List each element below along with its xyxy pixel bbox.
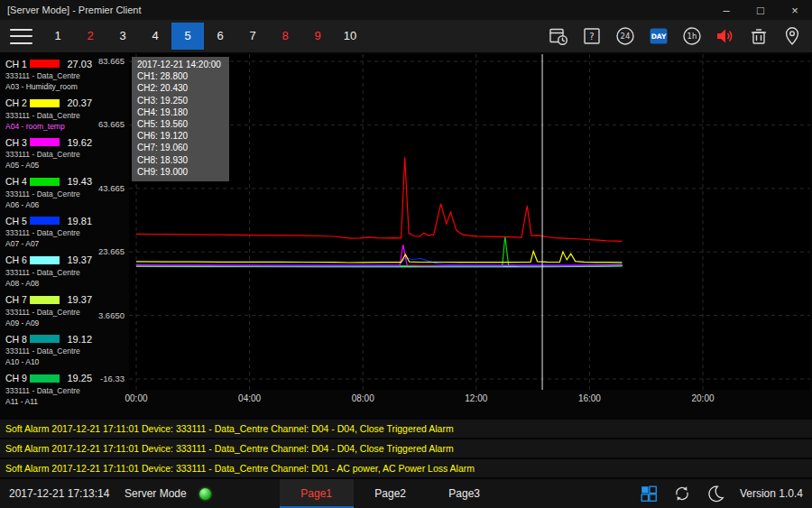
channel-name: CH 5 (5, 216, 30, 226)
channel-header: CH 220.37 (5, 97, 92, 110)
channel-name: CH 2 (5, 97, 30, 108)
audio-alarm-icon[interactable] (715, 25, 736, 47)
tooltip-row: CH6: 19.120 (137, 130, 221, 142)
page-button-9[interactable]: 9 (301, 23, 334, 50)
channel-item-1[interactable]: CH 127.03333111 - Data_CentreA03 - Humid… (0, 55, 95, 95)
page-button-6[interactable]: 6 (204, 23, 236, 50)
channel-point: A06 - A06 (5, 199, 92, 210)
x-tick-label: 00:00 (125, 393, 147, 403)
channel-item-7[interactable]: CH 719.37333111 - Data_CentreA09 - A09 (0, 291, 95, 331)
1h-view-icon[interactable]: 1h (681, 25, 703, 47)
alarm-row[interactable]: Soft Alarm 2017-12-21 17:11:01 Device: 3… (0, 439, 812, 457)
channel-device: 333111 - Data_Centre (5, 267, 92, 278)
y-tick-label: 83.665 (98, 56, 125, 66)
day-view-icon[interactable]: DAY (648, 25, 669, 47)
archive-icon[interactable] (748, 25, 770, 47)
tooltip-row: CH5: 19.560 (137, 118, 221, 130)
query-icon[interactable]: ? (581, 25, 603, 47)
channel-color-swatch (30, 296, 60, 304)
tab-page3[interactable]: Page3 (428, 479, 502, 508)
channel-item-5[interactable]: CH 519.81333111 - Data_CentreA07 - A07 (0, 212, 95, 252)
chart-tooltip: 2017-12-21 14:20:00CH1: 28.800CH2: 20.43… (132, 57, 229, 181)
status-led-icon (199, 488, 211, 500)
channel-device: 333111 - Data_Centre (5, 70, 92, 81)
channel-color-swatch (30, 217, 60, 225)
channel-color-swatch (30, 374, 60, 383)
channel-item-4[interactable]: CH 419.43333111 - Data_CentreA06 - A06 (0, 173, 95, 213)
channel-header: CH 719.37 (5, 293, 92, 307)
x-tick-label: 20:00 (691, 393, 714, 403)
window-title: [Server Mode] - Premier Client (0, 5, 142, 15)
page-button-4[interactable]: 4 (139, 23, 171, 50)
channel-device: 333111 - Data_Centre (5, 149, 92, 160)
channel-value: 19.25 (67, 373, 92, 383)
tooltip-row: CH3: 19.250 (137, 95, 221, 106)
version-label: Version 1.0.4 (725, 487, 812, 500)
channel-item-6[interactable]: CH 619.37333111 - Data_CentreA08 - A08 (0, 252, 95, 291)
page-tabs: Page1Page2Page3 (280, 479, 502, 508)
moon-icon[interactable] (706, 484, 725, 503)
menu-icon[interactable] (10, 29, 32, 44)
x-tick-label: 08:00 (352, 393, 374, 403)
page-button-5[interactable]: 5 (171, 23, 204, 50)
page-button-1[interactable]: 1 (42, 23, 74, 50)
app-window: [Server Mode] - Premier Client –□× 12345… (0, 0, 812, 508)
y-axis: 83.66563.66543.66523.6653.6650-16.33 (95, 54, 127, 390)
alarm-row[interactable]: Soft Alarm 2017-12-21 17:11:01 Device: 3… (0, 459, 812, 477)
channel-item-9[interactable]: CH 919.25333111 - Data_CentreA11 - A11 (0, 370, 95, 410)
series-CH2 (136, 251, 623, 263)
channel-header: CH 619.37 (5, 254, 92, 267)
channel-device: 333111 - Data_Centre (5, 307, 92, 318)
sync-icon[interactable] (672, 484, 692, 503)
y-tick-label: 23.665 (98, 246, 125, 256)
server-mode-label: Server Mode (125, 487, 187, 500)
close-button[interactable]: × (778, 0, 812, 20)
tooltip-row: CH8: 18.930 (137, 154, 221, 166)
titlebar: [Server Mode] - Premier Client –□× (0, 0, 812, 20)
tooltip-row: CH1: 28.800 (137, 70, 221, 82)
channel-name: CH 3 (5, 137, 30, 148)
page-button-8[interactable]: 8 (269, 23, 301, 50)
tab-page2[interactable]: Page2 (354, 479, 428, 508)
report-history-icon[interactable] (548, 25, 569, 47)
channel-item-2[interactable]: CH 220.37333111 - Data_CentreA04 - room_… (0, 95, 95, 134)
svg-text:?: ? (589, 32, 594, 42)
channel-name: CH 8 (5, 334, 30, 345)
chart-plot[interactable]: 2017-12-21 14:20:00CH1: 28.800CH2: 20.43… (129, 54, 810, 390)
page-button-2[interactable]: 2 (74, 23, 106, 50)
layout-switch-icon[interactable] (639, 484, 659, 503)
page-button-10[interactable]: 10 (334, 23, 366, 50)
y-tick-label: 3.6650 (98, 310, 125, 320)
channel-color-swatch (30, 60, 60, 68)
x-tick-label: 04:00 (238, 393, 261, 403)
channel-header: CH 419.43 (5, 175, 92, 189)
svg-text:24: 24 (621, 32, 631, 41)
channel-list: CH 127.03333111 - Data_CentreA03 - Humid… (0, 52, 95, 417)
channel-point: A04 - room_temp (5, 121, 92, 132)
y-tick-label: 43.665 (98, 183, 125, 193)
24h-view-icon[interactable]: 24 (614, 25, 636, 47)
x-axis: 00:0004:0008:0012:0016:0020:00 (129, 392, 810, 406)
page-button-7[interactable]: 7 (236, 23, 269, 50)
svg-text:DAY: DAY (651, 32, 667, 41)
maximize-button[interactable]: □ (743, 0, 778, 20)
location-icon[interactable] (781, 25, 803, 47)
channel-value: 19.37 (67, 254, 92, 265)
channel-value: 19.12 (67, 334, 92, 345)
page-buttons: 12345678910 (42, 23, 366, 50)
channel-name: CH 9 (5, 373, 30, 383)
statusbar: 2017-12-21 17:13:14 Server Mode Page1Pag… (0, 479, 812, 508)
tab-page1[interactable]: Page1 (280, 479, 354, 508)
channel-item-3[interactable]: CH 319.62333111 - Data_CentreA05 - A05 (0, 134, 95, 173)
status-timestamp: 2017-12-21 17:13:14 (0, 487, 125, 500)
channel-point: A11 - A11 (5, 396, 92, 407)
channel-value: 27.03 (67, 59, 92, 69)
page-button-3[interactable]: 3 (106, 23, 139, 50)
minimize-button[interactable]: – (709, 0, 743, 20)
channel-item-8[interactable]: CH 819.12333111 - Data_CentreA10 - A10 (0, 330, 95, 370)
tooltip-row: CH7: 19.060 (137, 142, 221, 153)
alarm-row[interactable]: Soft Alarm 2017-12-21 17:11:01 Device: 3… (0, 420, 812, 438)
channel-name: CH 6 (5, 254, 30, 265)
tooltip-row: CH9: 19.000 (137, 166, 221, 178)
tooltip-row: CH4: 19.180 (137, 106, 221, 118)
